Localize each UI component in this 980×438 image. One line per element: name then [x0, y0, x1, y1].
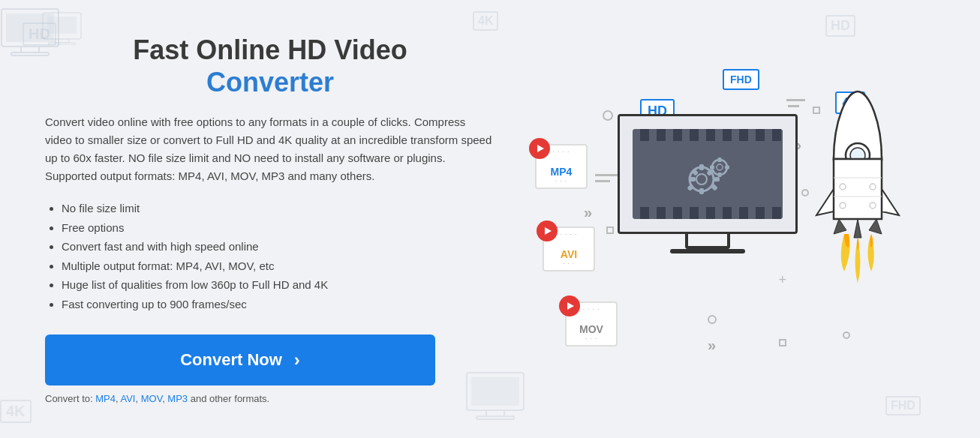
- svg-rect-17: [690, 177, 696, 182]
- illustration: » » » + +: [520, 54, 910, 384]
- list-item: Free options: [62, 218, 495, 238]
- monitor-screen: [618, 114, 798, 234]
- mov-format-badge: · · · · MOV · · ·: [565, 302, 618, 346]
- film-strip: [633, 129, 783, 219]
- svg-rect-27: [710, 166, 714, 170]
- mov-link[interactable]: MOV: [141, 393, 162, 404]
- fhd-quality-label: FHD: [723, 69, 759, 90]
- deco-line-2: [595, 180, 610, 182]
- monitor-stand: [685, 234, 730, 249]
- monitor-base: [670, 249, 745, 254]
- gears-icon: [678, 148, 738, 200]
- mp4-play-button: [529, 138, 550, 159]
- right-panel: » » » + +: [495, 54, 935, 384]
- rocket-illustration: [813, 84, 903, 294]
- page-title: Fast Online HD Video Converter: [45, 34, 495, 98]
- deco-plus-2: +: [778, 273, 786, 286]
- mp3-link[interactable]: MP3: [167, 393, 188, 404]
- list-item: Huge list of qualities from low 360p to …: [62, 275, 495, 295]
- svg-point-13: [696, 174, 707, 184]
- svg-rect-25: [718, 172, 722, 177]
- convert-to-section: Convert to: MP4, AVI, MOV, MP3 and other…: [45, 393, 495, 404]
- avi-link[interactable]: AVI: [120, 393, 135, 404]
- svg-rect-14: [699, 164, 704, 170]
- svg-rect-19: [687, 184, 694, 191]
- monitor-illustration: [618, 114, 798, 249]
- list-item: No file size limit: [62, 199, 495, 218]
- svg-rect-24: [718, 158, 722, 162]
- feature-list: No file size limit Free options Convert …: [45, 199, 495, 314]
- deco-square-1: [606, 226, 614, 234]
- convert-now-button[interactable]: Convert Now ›: [45, 334, 435, 386]
- deco-circle-3: [708, 315, 717, 324]
- deco-circle-4: [843, 332, 850, 339]
- deco-square-2: [779, 339, 786, 346]
- deco-arrows-bottom: »: [708, 337, 716, 354]
- deco-circle-1: [603, 110, 613, 121]
- svg-rect-21: [691, 169, 699, 176]
- mp4-format-badge: · · · · MP4 · · ·: [535, 144, 588, 189]
- deco-arrows-left: »: [584, 204, 592, 221]
- avi-play-button: [537, 220, 558, 242]
- avi-format-badge: · · · · AVI · · ·: [543, 226, 595, 272]
- mov-play-button: [559, 296, 580, 316]
- svg-rect-15: [699, 188, 704, 194]
- deco-line-6: [788, 105, 799, 107]
- left-panel: Fast Online HD Video Converter Convert v…: [45, 34, 495, 404]
- deco-line-1: [595, 174, 618, 176]
- list-item: Convert fast and with high speed online: [62, 237, 495, 256]
- svg-point-23: [717, 164, 723, 170]
- deco-line-5: [786, 99, 805, 101]
- list-item: Multiple output format: MP4, AVI, MOV, e…: [62, 256, 495, 276]
- rocket-svg: [813, 84, 903, 309]
- list-item: Fast converting up to 900 frames/sec: [62, 295, 495, 314]
- mp4-link[interactable]: MP4: [95, 393, 116, 404]
- content-area: Fast Online HD Video Converter Convert v…: [0, 11, 980, 427]
- page-wrapper: HD 4K HD FHD 4K: [0, 0, 980, 438]
- description-text: Convert video online with free options t…: [45, 113, 495, 185]
- svg-rect-26: [725, 166, 729, 170]
- deco-circle-2: [801, 189, 809, 196]
- chevron-right-icon: ›: [294, 350, 300, 370]
- svg-rect-16: [714, 177, 720, 182]
